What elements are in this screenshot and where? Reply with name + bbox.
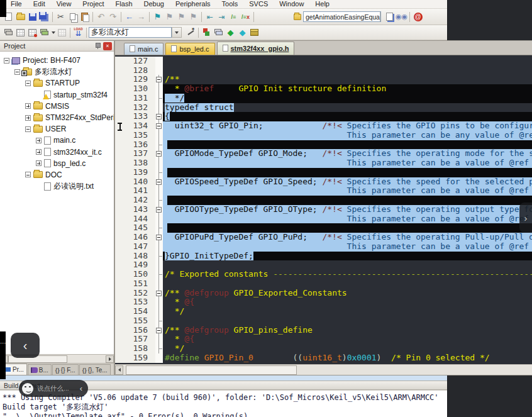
scroll-left-icon[interactable] bbox=[115, 365, 123, 375]
line-number[interactable]: 155 bbox=[115, 316, 155, 326]
expand-icon[interactable] bbox=[25, 115, 31, 121]
code-line[interactable]: 159#define GPIO_Pin_0 ((uint16_t)0x0001)… bbox=[115, 353, 532, 363]
build-dropdown-icon[interactable] bbox=[50, 26, 56, 38]
collapse-icon[interactable] bbox=[25, 172, 31, 177]
fold-collapse-icon[interactable] bbox=[156, 123, 162, 129]
editor-tab-bsp_led-c[interactable]: bsp_led.c bbox=[165, 43, 214, 55]
line-number[interactable]: 145 bbox=[115, 223, 155, 233]
code-line[interactable]: 132typedef struct bbox=[115, 103, 532, 113]
code-line[interactable]: 135 This parameter can be any value of @… bbox=[115, 131, 532, 140]
menu-edit[interactable]: Edit bbox=[28, 0, 51, 8]
fold-margin[interactable] bbox=[155, 94, 163, 103]
code-line[interactable]: 143 GPIOOType_TypeDef GPIO_OType; /*!< S… bbox=[115, 205, 532, 214]
line-number[interactable]: 153 bbox=[115, 297, 155, 307]
line-number[interactable]: 135 bbox=[115, 131, 155, 140]
tree-item[interactable]: Project: BH-F407 bbox=[0, 55, 114, 66]
tree-item[interactable]: stm32f4xx_it.c bbox=[0, 147, 114, 158]
menu-project[interactable]: Project bbox=[77, 0, 109, 8]
open-file-icon[interactable] bbox=[14, 11, 26, 23]
fold-margin[interactable] bbox=[155, 214, 163, 224]
emoji-icon[interactable] bbox=[22, 383, 33, 394]
fold-margin[interactable] bbox=[155, 84, 163, 94]
code-line[interactable]: 142 bbox=[115, 196, 532, 205]
fold-collapse-icon[interactable] bbox=[156, 114, 162, 120]
fold-margin[interactable] bbox=[155, 131, 163, 140]
code-line[interactable]: 150/* Exported constants ---------------… bbox=[115, 270, 532, 279]
find-in-files-icon[interactable] bbox=[291, 11, 303, 23]
scroll-right-icon[interactable] bbox=[106, 355, 114, 363]
line-number[interactable]: 138 bbox=[115, 158, 155, 168]
load-icon[interactable]: LOAD⇊ bbox=[72, 26, 84, 38]
tree-item[interactable]: STM32F4xx_StdPerip bbox=[0, 112, 114, 123]
search-next-icon[interactable]: ◉◉ bbox=[396, 11, 407, 23]
tree-item[interactable]: CMSIS bbox=[0, 101, 114, 112]
bookmark-icon[interactable]: ⚑ bbox=[152, 11, 163, 23]
line-number[interactable]: 142 bbox=[115, 196, 155, 205]
fold-margin[interactable] bbox=[155, 121, 163, 131]
panel-tab[interactable]: {}{}, Te... bbox=[79, 364, 111, 375]
fold-margin[interactable] bbox=[155, 297, 163, 307]
build-icon[interactable] bbox=[38, 26, 50, 38]
undo-icon[interactable]: ↶ bbox=[95, 11, 107, 23]
line-number[interactable]: 131 bbox=[115, 94, 155, 103]
save-all-icon[interactable] bbox=[38, 11, 50, 23]
line-number[interactable]: 139 bbox=[115, 168, 155, 177]
code-line[interactable]: 138 This parameter can be a value of @re… bbox=[115, 158, 532, 168]
fold-margin[interactable] bbox=[155, 252, 163, 261]
fold-collapse-icon[interactable] bbox=[156, 235, 162, 240]
search-combobox[interactable]: getAnimationEasingEqua bbox=[303, 11, 381, 22]
fold-margin[interactable] bbox=[155, 242, 163, 252]
line-number[interactable]: 140 bbox=[115, 177, 155, 187]
options-for-target-icon[interactable] bbox=[184, 26, 196, 38]
comment-icon[interactable]: /≡ bbox=[228, 11, 240, 23]
code-line[interactable]: 129/** bbox=[115, 75, 532, 84]
line-number[interactable]: 154 bbox=[115, 307, 155, 316]
tree-item[interactable]: STARTUP bbox=[0, 77, 114, 89]
fold-margin[interactable] bbox=[155, 158, 163, 168]
fold-margin[interactable] bbox=[155, 205, 163, 214]
editor-tab-main-c[interactable]: main.c bbox=[124, 43, 163, 55]
video-sidebar-expand-button[interactable]: › bbox=[519, 203, 532, 233]
save-icon[interactable] bbox=[26, 11, 38, 23]
fold-collapse-icon[interactable] bbox=[156, 328, 162, 333]
runtime-environment-icon[interactable]: ◆ bbox=[224, 26, 236, 38]
fold-margin[interactable] bbox=[155, 196, 163, 205]
tree-item[interactable]: main.c bbox=[0, 135, 114, 146]
code-line[interactable]: 151 bbox=[115, 279, 532, 289]
line-number[interactable]: 146 bbox=[115, 233, 155, 242]
video-comment-input[interactable]: 说点什么... ‹ bbox=[19, 380, 88, 397]
expand-icon[interactable] bbox=[25, 103, 31, 109]
code-line[interactable]: 146 GPIOPuPd_TypeDef GPIO_PuPd; /*!< Spe… bbox=[115, 233, 532, 242]
fold-margin[interactable] bbox=[155, 168, 163, 177]
line-number[interactable]: 141 bbox=[115, 186, 155, 196]
prev-bookmark-icon[interactable]: ⚑ bbox=[163, 11, 175, 23]
code-line[interactable]: 128 bbox=[115, 66, 532, 75]
code-line[interactable]: 154 */ bbox=[115, 307, 532, 316]
code-line[interactable]: 140 GPIOSpeed_TypeDef GPIO_Speed; /*!< S… bbox=[115, 177, 532, 187]
line-number[interactable]: 128 bbox=[115, 66, 155, 75]
search-dropdown-button[interactable] bbox=[380, 12, 381, 21]
tree-item[interactable]: USER bbox=[0, 123, 114, 135]
tree-item[interactable]: startup_stm32f4 bbox=[0, 89, 114, 101]
code-line[interactable]: 127 bbox=[115, 57, 532, 66]
line-number[interactable]: 132 bbox=[115, 103, 155, 113]
code-line[interactable]: 137 GPIOMode_TypeDef GPIO_Mode; /*!< Spe… bbox=[115, 149, 532, 158]
menu-flash[interactable]: Flash bbox=[110, 0, 138, 8]
code-line[interactable]: 141 This parameter can be a value of @re… bbox=[115, 186, 532, 196]
fold-margin[interactable] bbox=[155, 279, 163, 289]
fold-margin[interactable] bbox=[155, 112, 163, 121]
expand-icon[interactable] bbox=[36, 149, 42, 155]
code-line[interactable]: 148}GPIO_InitTypeDef; bbox=[115, 252, 532, 261]
code-line[interactable]: 144 This parameter can be a value of @re… bbox=[115, 214, 532, 224]
line-number[interactable]: 144 bbox=[115, 214, 155, 224]
fold-margin[interactable] bbox=[155, 177, 163, 187]
flash-erase-icon[interactable] bbox=[14, 26, 26, 38]
code-line[interactable]: 149 bbox=[115, 260, 532, 270]
unindent-icon[interactable]: ⇤ bbox=[204, 11, 216, 23]
code-line[interactable]: 153 * @{ bbox=[115, 297, 532, 307]
code-line[interactable]: 147 This parameter can be a value of @re… bbox=[115, 242, 532, 252]
navigate-back-icon[interactable]: ← bbox=[123, 11, 135, 23]
clear-bookmarks-icon[interactable]: ⚑ bbox=[187, 11, 199, 23]
code-line[interactable]: 130 * @brief GPIO Init structure definit… bbox=[115, 84, 532, 94]
collapse-icon[interactable] bbox=[14, 69, 20, 75]
